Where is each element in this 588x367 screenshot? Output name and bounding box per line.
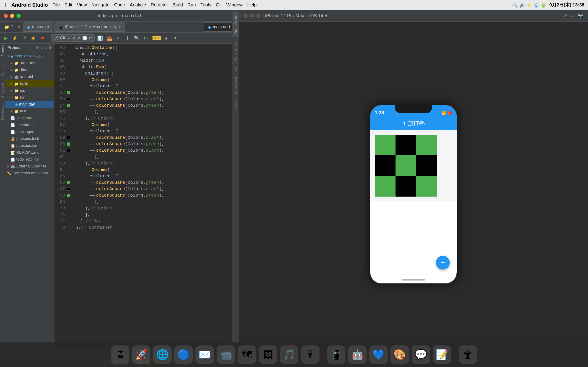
menu-tools[interactable]: Tools	[200, 2, 211, 8]
project-icon-2[interactable]: ↕	[40, 45, 42, 50]
dock-android-studio[interactable]: 🤖	[348, 345, 367, 364]
menu-analyze[interactable]: Analyze	[130, 2, 146, 8]
dock-music[interactable]: 🎵	[280, 345, 298, 364]
search-button[interactable]: 🔍	[133, 34, 141, 42]
dropdown-icon: ▼	[118, 25, 121, 29]
run-config[interactable]: ⎇ Git: ✓ ✓ ✓ 🕐 ↩	[51, 34, 95, 42]
dock-figma[interactable]: 🎨	[390, 345, 409, 364]
dock-simulator[interactable]: 📱	[327, 345, 346, 364]
menu-window[interactable]: Window	[226, 2, 242, 8]
grid-cell-0-2	[416, 135, 437, 155]
dock-vscode[interactable]: 💙	[369, 345, 388, 364]
dock-trash[interactable]: 🗑	[459, 345, 477, 364]
sim-close[interactable]	[243, 14, 248, 18]
sim-screenshot-icon[interactable]: 📷	[578, 13, 583, 19]
tree-root[interactable]: ▼ ◆ todo_app ~/Androi	[5, 53, 54, 60]
dock-slack[interactable]: 💬	[412, 345, 430, 364]
restart-button[interactable]: ↺	[20, 34, 28, 42]
fab-button[interactable]: +	[436, 256, 450, 269]
tree-main-dart[interactable]: ◆ main.dart	[5, 101, 54, 108]
dock-safari[interactable]: 🌐	[153, 345, 172, 364]
close-button[interactable]	[4, 14, 8, 18]
tree-ext-libs[interactable]: ▶ 📚 External Libraries	[5, 163, 54, 170]
project-tab-label[interactable]: P...	[10, 25, 16, 29]
grid-cell-0-0	[375, 135, 396, 155]
tree-lib[interactable]: ▼ 📁 lib	[5, 94, 54, 101]
menu-file[interactable]: File	[52, 2, 60, 8]
app-name[interactable]: Android Studio	[11, 2, 48, 8]
maximize-button[interactable]	[17, 14, 21, 18]
tree-packages[interactable]: 📄 .packages	[5, 128, 54, 135]
sim-home-icon[interactable]: ⌂	[571, 13, 574, 19]
code-line-64: ——Column(	[76, 167, 239, 173]
dock-chrome[interactable]: 🔵	[174, 345, 193, 364]
menu-git[interactable]: Git	[216, 2, 222, 8]
structure-panel-label[interactable]: Structure	[1, 83, 4, 98]
tab-main-dart-1[interactable]: ◆ main.dart	[23, 23, 53, 32]
minimize-button[interactable]	[10, 14, 14, 18]
dock-maps[interactable]: 🗺	[238, 345, 256, 364]
tree-pubspec-lock[interactable]: 🔒 pubspec.lock	[5, 135, 54, 142]
menu-code[interactable]: Code	[114, 2, 125, 8]
apple-menu[interactable]: 	[4, 1, 6, 8]
tree-build[interactable]: ▶ 📁 build	[5, 80, 54, 87]
git-fetch-button[interactable]: 📥	[105, 34, 113, 42]
tree-ios[interactable]: ▶ 📁 ios	[5, 87, 54, 94]
dock-photos[interactable]: 🖼	[259, 345, 277, 364]
menu-edit[interactable]: Edit	[65, 2, 72, 8]
tree-android[interactable]: ▶ 🤖 android	[5, 73, 54, 80]
project-icon-1[interactable]: ⊞	[36, 45, 39, 50]
project-icon-3[interactable]: ↑↓	[44, 45, 47, 50]
hot-reload-button[interactable]: ⚡	[11, 34, 19, 42]
git-push-button[interactable]: ⬆	[124, 34, 131, 42]
hot-restart-button[interactable]: ⚡	[29, 34, 37, 42]
favorites-panel-label[interactable]: Favorites	[1, 105, 4, 120]
commit-panel-label[interactable]: Commit	[1, 64, 4, 76]
project-settings-icon[interactable]: ⚙	[49, 45, 52, 50]
tree-scratches[interactable]: ✏️ Scratches and Cons	[5, 170, 54, 177]
dock-launchpad[interactable]: 🚀	[132, 345, 150, 364]
dock-finder[interactable]: 🖥	[111, 345, 129, 364]
dock-facetime[interactable]: 📹	[216, 345, 235, 364]
folder-icon: 📁	[14, 82, 19, 86]
menu-refactor[interactable]: Refactor	[151, 2, 168, 8]
git-commit-button[interactable]: ✓	[114, 34, 122, 42]
warning-badge[interactable]: ⚠ 1	[153, 36, 161, 40]
tree-test[interactable]: ▶ 📁 test	[5, 108, 54, 115]
menu-help[interactable]: Help	[247, 2, 257, 8]
menu-build[interactable]: Build	[173, 2, 183, 8]
tree-readme[interactable]: 📝 README.md	[5, 149, 54, 156]
settings-button[interactable]: ⚙	[142, 34, 150, 42]
tree-iml[interactable]: 📄 todo_app.iml	[5, 156, 54, 163]
tree-dart-tool[interactable]: ▶ 📁 .dart_tool	[5, 60, 54, 67]
menu-run[interactable]: Run	[187, 2, 196, 8]
nav-down[interactable]: ▼	[172, 34, 179, 42]
menu-view[interactable]: View	[77, 2, 87, 8]
dock-mail[interactable]: ✉️	[195, 345, 214, 364]
sim-max[interactable]	[256, 14, 260, 18]
code-editor[interactable]: child: Container( height: 300, width: 30…	[71, 44, 239, 350]
menu-navigate[interactable]: Navigate	[91, 2, 110, 8]
stop-button[interactable]: ■	[39, 34, 46, 42]
assistant-tab[interactable]: Assistant	[233, 96, 239, 113]
git-log-button[interactable]: 📊	[96, 34, 104, 42]
sim-min[interactable]	[250, 14, 254, 18]
color-dot-black	[67, 98, 70, 101]
tree-idea[interactable]: ▶ 📁 .idea	[5, 67, 54, 73]
flutter-performance-tab[interactable]: Flutter Performance	[233, 64, 239, 96]
expand-arrow: ▶	[10, 82, 14, 85]
nav-up[interactable]: ▲	[162, 34, 170, 42]
dock-notion[interactable]: 📝	[433, 345, 451, 364]
dock-podcasts[interactable]: 🎙	[301, 345, 320, 364]
tree-gitignore[interactable]: 📄 .gitignore	[5, 115, 54, 122]
file-icon: 📄	[10, 123, 15, 127]
tab-device[interactable]: 📱 iPhone 12 Pro Max (mobile) ▼	[54, 23, 125, 32]
flutter-inspector-tab[interactable]: Flutter Inspector	[233, 44, 239, 64]
project-selector[interactable]: 📁 P... ▼	[2, 23, 23, 32]
run-button[interactable]: ▶	[2, 34, 10, 42]
sim-rotate-icon[interactable]: ⟳	[564, 13, 568, 19]
tree-metadata[interactable]: 📄 .metadata	[5, 122, 54, 128]
tree-pubspec-yaml[interactable]: 📋 pubspec.yaml	[5, 142, 54, 149]
code-line-65: children: [	[76, 173, 239, 179]
project-panel-label[interactable]: Project	[1, 45, 4, 57]
